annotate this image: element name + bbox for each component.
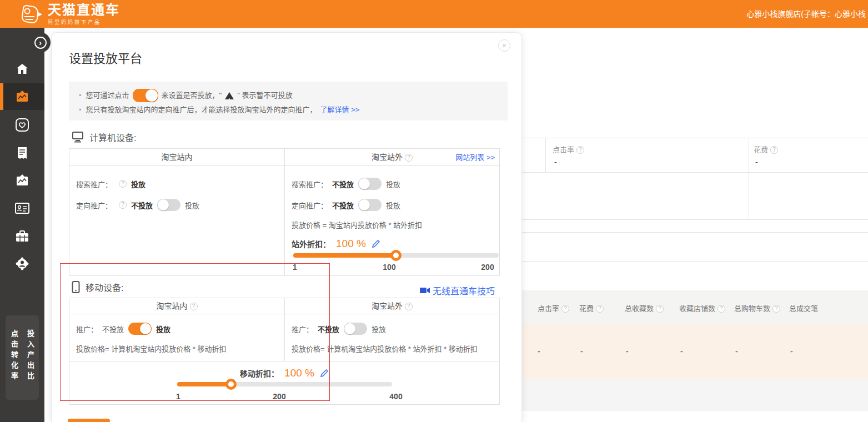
sidebar-item-account-card[interactable] [0,195,44,222]
col-header-taobao-out: 淘宝站外? 网站列表 >> [284,149,499,165]
briefcase-icon [16,230,29,242]
account-name[interactable]: 心雅小栈旗舰店(子帐号：心雅小栈 [746,0,868,28]
example-toggle[interactable] [133,89,158,102]
slider-handle[interactable] [225,379,237,390]
slider-tick: 1 [293,263,297,272]
app-logo[interactable]: 天猫直通车 阿里妈妈旗下产品 [19,3,120,26]
search-out-toggle[interactable] [358,178,382,190]
sidebar-item-favorites[interactable] [0,112,44,138]
logo-title: 天猫直通车 [48,3,120,17]
home-icon [16,63,28,74]
app-window: 点击率? - 花费? - 点击率? 花费? 总收藏数? 收藏店铺数? 总购物车数… [0,0,868,422]
confirm-button[interactable] [68,419,110,422]
help-icon[interactable]: ? [405,154,413,162]
help-icon[interactable]: ? [770,146,778,154]
close-icon[interactable]: × [498,39,510,52]
mobile-in-cell: 推广： 不投放 投放 投放价格= 计算机淘宝站内投放价格 * 移动折扣 [69,314,284,361]
help-icon[interactable]: ? [119,180,127,188]
receipt-icon [17,147,28,159]
col-header: 总收藏数? [625,303,664,313]
col-header-taobao-out: 淘宝站外? [284,298,499,314]
col-header: 收藏店铺数? [679,303,725,313]
top-bar: 天猫直通车 阿里妈妈旗下产品 心雅小栈旗舰店(子帐号：心雅小栈 [0,0,868,28]
edit-icon[interactable] [320,369,329,378]
chevron-right-icon: › [34,37,47,49]
help-icon[interactable]: ? [190,303,198,310]
slider-handle[interactable] [390,250,402,261]
sidebar-item-report[interactable] [0,139,44,166]
offsite-discount-label: 站外折扣： [292,238,330,249]
tip-box: • 您可通过点击 来设置是否投放，" " 表示暂不可投放 • 您只有投放淘宝站内… [69,82,508,120]
offsite-discount-value: 100 % [336,238,366,250]
col-header: 点击率? [538,303,569,313]
heart-icon [16,118,29,132]
help-icon[interactable]: ? [405,303,413,310]
site-list-link[interactable]: 网站列表 >> [455,149,495,166]
sidebar-metrics-panel[interactable]: 点击转化率 投入产出比 [6,315,39,400]
mobile-in-toggle[interactable] [128,323,152,335]
help-icon[interactable]: ? [596,305,604,313]
divider [749,138,749,219]
mobile-phone-icon [72,281,80,293]
cell-value: - [626,347,629,356]
summary-label-cost: 花费? [754,144,778,154]
summary-value-cost: - [755,158,758,167]
table-row[interactable] [522,324,868,379]
board-icon [16,174,29,187]
table-row[interactable] [522,379,868,411]
help-icon[interactable]: ? [561,305,569,313]
tip-line-2: • 您只有投放淘宝站内的定向推广后，才能选择投放淘宝站外的定向推广， 了解详情 … [79,103,498,117]
summary-value-ctr: - [554,158,557,167]
mobile-discount-slider[interactable] [177,379,392,390]
help-icon[interactable]: ? [119,201,127,209]
mobile-section-header: 移动设备: [72,280,123,294]
slider-tick: 100 [383,263,395,272]
target-in-toggle[interactable] [157,199,180,211]
mobile-out-toggle[interactable] [344,323,367,335]
cell-value: - [680,347,683,356]
help-icon[interactable]: ? [576,146,584,154]
price-formula: 投放价格 = 淘宝站内投放价格 * 站外折扣 [292,219,499,230]
divider [521,219,868,220]
metric-roi: 投入产出比 [25,330,36,400]
sidebar-item-campaign[interactable] [0,83,44,110]
slider-tick: 200 [273,392,285,401]
target-promo-row: 定向推广：? 不投放 投放 [76,198,284,212]
user-icon [16,257,29,270]
promo-row: 推广： 不投放 投放 [292,322,499,335]
tip-line-1: • 您可通过点击 来设置是否投放，" " 表示暂不可投放 [79,88,498,103]
computer-icon [72,132,84,143]
search-promo-row: 搜索推广：? 投放 [76,177,284,190]
divider [521,261,868,262]
mobile-out-cell: 推广： 不投放 投放 投放价格= 计算机淘宝站内投放价格 * 站外折扣 * 移动… [284,314,499,361]
slider-tick: 200 [481,263,494,272]
set-platform-dialog: × 设置投放平台 • 您可通过点击 来设置是否投放，" " 表示暂不可投放 • … [51,32,522,422]
learn-more-link[interactable]: 了解详情 >> [320,103,360,117]
computer-section-header: 计算机设备: [72,130,136,144]
sidebar-item-creative[interactable] [0,167,44,194]
wireless-tips-link[interactable]: 无线直通车技巧 [420,284,495,297]
cell-value: - [790,347,793,356]
help-icon[interactable]: ? [772,305,780,313]
computer-in-cell: 搜索推广：? 投放 定向推广：? 不投放 投放 [69,166,284,276]
help-icon[interactable]: ? [718,305,725,313]
sidebar-item-tools[interactable] [0,223,44,249]
target-out-toggle[interactable] [358,199,382,211]
dialog-title: 设置投放平台 [69,48,142,66]
sidebar-expand-button[interactable]: › [30,32,51,53]
col-header: 花费? [579,303,604,313]
logo-subtitle: 阿里妈妈旗下产品 [48,18,120,26]
offsite-discount-slider[interactable] [293,250,499,261]
divider [521,138,868,138]
sidebar-item-home[interactable] [0,56,44,82]
metric-click-conversion: 点击转化率 [9,330,19,400]
search-promo-row: 搜索推广： 不投放 投放 [292,177,499,190]
train-logo-icon [19,3,43,26]
help-icon[interactable]: ? [656,305,664,313]
col-header-taobao-in: 淘宝站内 [69,149,284,165]
sidebar-item-user[interactable] [0,250,44,277]
mobile-discount-value: 100 % [284,367,314,379]
warning-icon [225,92,234,99]
edit-icon[interactable] [372,239,380,248]
slider-tick: 1 [176,392,180,401]
